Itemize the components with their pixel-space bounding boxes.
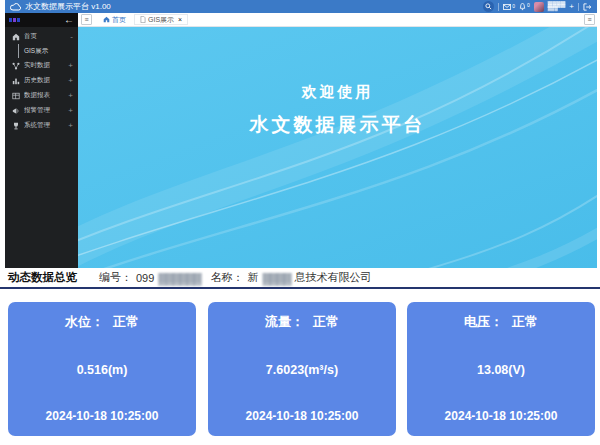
close-icon[interactable]: × [178,16,182,23]
card-label: 电压： [464,314,503,329]
card-value: 7.6023(m³/s) [266,363,338,377]
section-divider [0,287,600,289]
code-masked: ▓▓▓▓▓▓ [158,272,200,284]
top-bar: 水文数据展示平台 v1.00 0 0 ▓▓▓▓ ▓▓▓ + [5,0,597,13]
card-timestamp: 2024-10-18 10:25:00 [46,409,159,423]
welcome-panel: 欢迎使用 水文数据展示平台 [78,27,597,268]
dot [13,18,16,22]
mail-badge: 0 [512,4,515,9]
sidebar-item-alarm-management[interactable]: 报警管理 + [5,103,78,118]
sidebar-item-home[interactable]: 首页 - [5,29,78,44]
add-button[interactable]: + [569,3,574,11]
expand-toggle: + [68,92,73,100]
sidebar-item-label: 历史数据 [24,76,64,85]
bell-badge: 0 [527,3,530,8]
share-nodes-icon [12,62,20,70]
sidebar: 首页 - GIS展示 实时数据 + 历史数据 + 数据报表 + 报警管理 + [5,27,78,268]
bar-chart-icon [12,77,20,85]
sidebar-item-label: 系统管理 [24,121,64,130]
code-label: 编号： [99,270,132,285]
brand: 水文数据展示平台 v1.00 [10,1,111,12]
sidebar-subitem-gis[interactable]: GIS展示 [5,44,78,58]
name-suffix: 息技术有限公司 [295,270,372,285]
back-arrow-icon[interactable]: ← [64,15,74,25]
table-icon [12,92,20,100]
expand-toggle: + [68,107,73,115]
divider [498,3,499,11]
tab-gis[interactable]: GIS展示 × [134,14,188,25]
tab-gis-label: GIS展示 [148,15,174,25]
name-label: 名称： [210,270,243,285]
topbar-actions: 0 0 ▓▓▓▓ ▓▓▓ + [483,1,592,13]
user-name[interactable]: ▓▓▓▓ ▓▓▓ [548,1,566,13]
bullhorn-icon [12,107,20,115]
flow-card[interactable]: 流量：正常 7.6023(m³/s) 2024-10-18 10:25:00 [208,302,396,436]
section-title: 动态数据总览 [8,270,77,285]
status-badge: 正常 [113,314,139,329]
tab-home[interactable]: 首页 [97,14,132,25]
welcome-line1: 欢迎使用 [78,83,597,102]
trophy-icon [12,122,20,130]
sidebar-item-label: 实时数据 [24,61,64,70]
tab-list-icon[interactable]: ≡ [584,14,595,25]
sidebar-item-label: 数据报表 [24,91,64,100]
search-icon[interactable] [483,1,494,12]
card-timestamp: 2024-10-18 10:25:00 [246,409,359,423]
card-timestamp: 2024-10-18 10:25:00 [445,409,558,423]
tab-home-label: 首页 [112,15,126,25]
status-badge: 正常 [512,314,538,329]
sidebar-item-realtime-data[interactable]: 实时数据 + [5,58,78,73]
sidebar-item-data-report[interactable]: 数据报表 + [5,88,78,103]
card-title: 水位：正常 [65,313,139,331]
file-icon [140,16,146,23]
card-value: 13.08(V) [477,363,525,377]
collapse-menu-icon[interactable]: ≡ [81,14,92,25]
home-icon [12,33,20,41]
name-prefix: 新 [247,270,258,285]
voltage-card[interactable]: 电压：正常 13.08(V) 2024-10-18 10:25:00 [407,302,595,436]
avatar[interactable] [534,2,544,12]
sidebar-item-history-data[interactable]: 历史数据 + [5,73,78,88]
sidebar-subitem-label: GIS展示 [24,47,48,56]
welcome-line2: 水文数据展示平台 [78,112,597,138]
sidebar-item-label: 首页 [24,32,66,41]
sidebar-item-label: 报警管理 [24,106,64,115]
water-level-card[interactable]: 水位：正常 0.516(m) 2024-10-18 10:25:00 [8,302,196,436]
app-window: 水文数据展示平台 v1.00 0 0 ▓▓▓▓ ▓▓▓ + [0,0,600,445]
card-label: 水位： [65,314,104,329]
app-title: 水文数据展示平台 v1.00 [25,1,111,12]
card-title: 电压：正常 [464,313,538,331]
user-role-text: ▓▓▓ [548,7,566,12]
dot [9,18,12,22]
bell-icon[interactable]: 0 [519,3,530,11]
code-prefix: 099 [136,272,154,284]
divider [578,3,579,11]
mail-icon[interactable]: 0 [503,4,515,10]
card-value: 0.516(m) [77,363,128,377]
logout-icon[interactable] [583,3,592,11]
card-label: 流量： [265,314,304,329]
welcome-message: 欢迎使用 水文数据展示平台 [78,27,597,138]
tab-strip: ← ≡ 首页 GIS展示 × ≡ [5,13,597,27]
card-title: 流量：正常 [265,313,339,331]
dot [17,18,20,22]
expand-toggle: + [68,122,73,130]
info-bar: 动态数据总览 编号：099▓▓▓▓▓▓ 名称：新▓▓▓▓息技术有限公司 [0,268,600,287]
name-masked: ▓▓▓▓ [262,272,290,284]
status-badge: 正常 [313,314,339,329]
expand-toggle: + [68,77,73,85]
expand-toggle: + [68,62,73,70]
home-icon [103,16,110,23]
cloud-logo-icon [10,2,22,11]
tabs: 首页 GIS展示 × [97,14,584,25]
sidebar-header-text [9,18,20,22]
sidebar-header: ← [5,13,78,27]
collapse-toggle: - [70,33,73,41]
sidebar-item-system-management[interactable]: 系统管理 + [5,118,78,133]
